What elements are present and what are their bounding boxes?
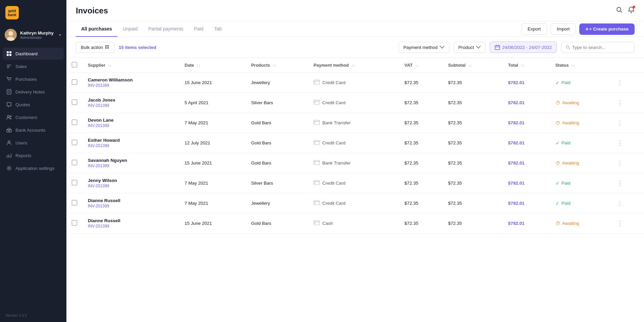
search-button[interactable] [616, 6, 623, 15]
invoice-id[interactable]: INV-201399 [88, 184, 174, 188]
row-more-button[interactable]: ⋮ [615, 220, 624, 227]
notifications-button[interactable] [628, 6, 635, 15]
header-total: Total ↑↓ [503, 58, 550, 73]
row-checkbox[interactable] [72, 220, 77, 226]
row-more-button[interactable]: ⋮ [615, 139, 624, 147]
payment-method-value: Cash [322, 221, 333, 226]
row-more-button[interactable]: ⋮ [615, 180, 624, 187]
vat-cell: $72.35 [399, 93, 443, 113]
row-more-button[interactable]: ⋮ [615, 159, 624, 167]
subtotal-cell: $72.35 [443, 93, 503, 113]
tab-partial-payments[interactable]: Partial payments [143, 21, 189, 37]
row-checkbox-cell [66, 153, 83, 173]
product-filter[interactable]: Product [453, 42, 486, 53]
row-checkbox[interactable] [72, 100, 77, 105]
invoice-id[interactable]: INV-201399 [88, 224, 174, 229]
invoice-id[interactable]: INV-201399 [88, 123, 174, 128]
payment-method-cell: Credit Card [308, 193, 399, 213]
sidebar-item-quotes[interactable]: Quotes [3, 99, 64, 111]
payment-method-cell: Cash [308, 213, 399, 234]
vat-cell: $72.35 [399, 193, 443, 213]
payment-method-value: Credit Card [322, 181, 345, 186]
sidebar-item-dashboard[interactable]: Dashboard [3, 48, 64, 60]
header-subtotal: Subtotal ↑↓ [443, 58, 503, 73]
subtotal-cell: $72.35 [443, 213, 503, 234]
invoice-id[interactable]: INV-201399 [88, 103, 174, 108]
invoice-id[interactable]: INV-201399 [88, 83, 174, 88]
vat-cell: $72.35 [399, 153, 443, 173]
supplier-cell: Cameron Williamson INV-201399 [83, 73, 179, 93]
sidebar-item-purchases[interactable]: Purchases [3, 73, 64, 85]
sidebar-item-delivery-notes-label: Delivery Notes [15, 89, 45, 94]
products-cell: Jewellery [246, 73, 308, 93]
row-checkbox[interactable] [72, 120, 77, 125]
payment-method-value: Bank Transfer [322, 120, 351, 125]
import-button[interactable]: Import [550, 23, 576, 35]
invoice-id[interactable]: INV-201399 [88, 143, 174, 148]
payment-method-value: Credit Card [322, 140, 345, 145]
status-label: Paid [561, 201, 571, 206]
table-row: Cameron Williamson INV-201399 15 June 20… [66, 73, 644, 93]
date-cell: 7 May 2021 [179, 113, 246, 133]
select-all-checkbox[interactable] [72, 62, 77, 67]
sidebar-item-reports[interactable]: Reports [3, 149, 64, 162]
export-button[interactable]: Export [521, 23, 547, 35]
tab-paid[interactable]: Paid [189, 21, 209, 37]
date-range-filter[interactable]: 24/06/2022 - 24/07-2022 [490, 42, 557, 53]
payment-icon [314, 100, 320, 106]
row-more-button[interactable]: ⋮ [615, 79, 624, 86]
avatar [5, 29, 17, 41]
row-checkbox[interactable] [72, 79, 77, 85]
row-actions-cell: ⋮ [610, 173, 644, 193]
row-actions-cell: ⋮ [610, 193, 644, 213]
invoice-id[interactable]: INV-201399 [88, 164, 174, 168]
row-more-button[interactable]: ⋮ [615, 119, 624, 127]
invoice-id[interactable]: INV-201399 [88, 204, 174, 208]
filters-bar: Bulk action 15 items selected Payment me… [66, 37, 644, 58]
products-cell: Gold Bars [246, 213, 308, 234]
tab-all-purchases[interactable]: All purchases [76, 21, 117, 37]
svg-point-15 [8, 168, 10, 169]
total-cell: $782.01 [503, 113, 550, 133]
awaiting-icon: ⏱ [555, 221, 560, 226]
create-purchase-button[interactable]: + + Create purchase [579, 23, 635, 35]
customers-icon [6, 114, 12, 120]
subtotal-cell: $72.35 [443, 73, 503, 93]
grid-icon [105, 45, 110, 50]
plus-icon: + [585, 26, 588, 32]
chevron-down-icon: ▼ [58, 33, 62, 37]
payment-icon [314, 200, 320, 206]
sidebar-item-users[interactable]: Users [3, 137, 64, 149]
payment-method-value: Bank Transfer [322, 160, 351, 166]
search-input[interactable] [572, 45, 630, 50]
row-checkbox[interactable] [72, 140, 77, 145]
svg-rect-18 [107, 45, 109, 47]
row-checkbox[interactable] [72, 180, 77, 185]
supplier-cell: Jenny Wilson INV-201399 [83, 173, 179, 193]
row-checkbox[interactable] [72, 200, 77, 205]
svg-rect-28 [314, 122, 316, 123]
sidebar-item-sales[interactable]: Sales [3, 60, 64, 72]
sidebar-item-bank-accounts[interactable]: Bank Accounts [3, 124, 64, 136]
tab-unpaid[interactable]: Unpaid [117, 21, 143, 37]
row-more-button[interactable]: ⋮ [615, 99, 624, 107]
tab-tab[interactable]: Tab [209, 21, 227, 37]
bulk-action-button[interactable]: Bulk action [76, 42, 115, 53]
row-checkbox[interactable] [72, 160, 77, 165]
sidebar-item-delivery-notes[interactable]: Delivery Notes [3, 86, 64, 98]
page-title: Invoices [76, 6, 108, 15]
sidebar-item-purchases-label: Purchases [15, 77, 37, 82]
payment-method-filter[interactable]: Payment method [398, 42, 449, 53]
sidebar-item-customers[interactable]: Customers [3, 111, 64, 123]
paid-icon: ✓ [555, 140, 559, 146]
search-box[interactable] [561, 42, 635, 53]
payment-method-cell: Credit Card [308, 173, 399, 193]
row-more-button[interactable]: ⋮ [615, 200, 624, 207]
user-profile[interactable]: Kathryn Murphy Administrator ▼ [0, 25, 66, 44]
svg-rect-19 [105, 47, 107, 49]
date-cell: 7 May 2021 [179, 193, 246, 213]
notification-badge [633, 6, 635, 8]
awaiting-icon: ⏱ [555, 100, 560, 106]
sidebar-item-app-settings[interactable]: Application settings [3, 162, 64, 174]
row-actions-cell: ⋮ [610, 133, 644, 153]
